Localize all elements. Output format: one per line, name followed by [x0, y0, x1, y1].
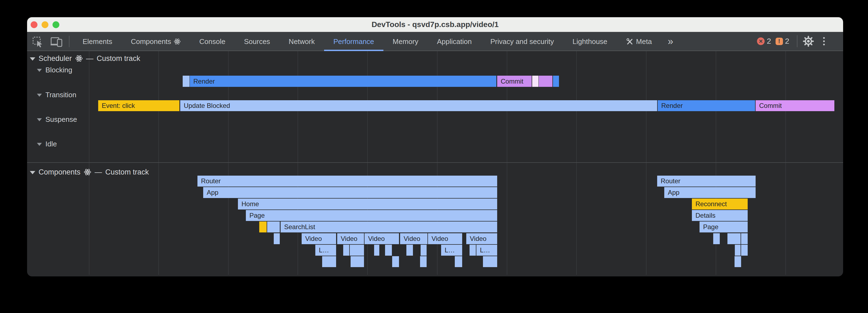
flame-bar-segment[interactable] — [421, 245, 427, 256]
lane-idle[interactable]: Idle — [37, 140, 57, 148]
tab-label: Application — [437, 37, 472, 46]
flame-bar-l[interactable]: L… — [315, 245, 336, 256]
lane-suspense[interactable]: Suspense — [37, 115, 77, 124]
flame-bar-segment[interactable] — [455, 256, 462, 267]
flame-bar-segment[interactable] — [470, 245, 476, 256]
flame-bar-video[interactable]: Video — [365, 233, 399, 244]
lane-transition[interactable]: Transition — [37, 91, 76, 99]
chevron-down-icon — [37, 143, 42, 146]
tab-performance[interactable]: Performance — [324, 32, 383, 51]
gridline — [89, 51, 89, 275]
exclamation-icon: ! — [778, 38, 780, 44]
flame-bar-video[interactable]: Video — [302, 233, 336, 244]
flame-bar-segment[interactable] — [741, 245, 748, 256]
flame-bar-update-blocked[interactable]: Update Blocked — [180, 100, 657, 111]
minimize-button[interactable] — [41, 21, 49, 28]
tab-elements[interactable]: Elements — [73, 32, 121, 51]
flame-bar-render[interactable]: Render — [190, 76, 496, 87]
flame-bar-video[interactable]: Video — [466, 233, 497, 244]
flame-bar-segment[interactable] — [735, 245, 741, 256]
inspect-element-icon[interactable] — [32, 36, 43, 47]
flame-bar-segment[interactable] — [727, 233, 741, 244]
tab-components[interactable]: Components — [121, 32, 190, 51]
flame-bar-segment[interactable] — [532, 76, 538, 87]
flame-bar-video[interactable]: Video — [428, 233, 462, 244]
device-toolbar-icon[interactable] — [50, 36, 63, 47]
flame-bar-segment[interactable] — [420, 256, 427, 267]
flame-bar-segment[interactable] — [343, 245, 349, 256]
tab-sources[interactable]: Sources — [235, 32, 279, 51]
tab-lighthouse[interactable]: Lighthouse — [563, 32, 617, 51]
flame-bar-home[interactable]: Home — [238, 199, 497, 209]
flame-bar-label: L… — [315, 245, 336, 256]
error-badge[interactable]: × — [757, 37, 765, 45]
flame-bar-label: Commit — [497, 76, 532, 87]
tab-privacy-and-security[interactable]: Privacy and security — [481, 32, 563, 51]
chevron-double-right-icon: » — [668, 36, 673, 47]
chevron-down-icon — [37, 118, 42, 121]
flame-bar-label: Page — [246, 210, 497, 221]
tab-application[interactable]: Application — [428, 32, 481, 51]
gear-icon[interactable] — [803, 36, 814, 47]
flame-bar-segment[interactable] — [553, 76, 559, 87]
flame-bar-segment[interactable] — [274, 233, 280, 244]
flame-bar-segment[interactable] — [735, 256, 741, 267]
flame-bar-reconnect[interactable]: Reconnect — [692, 199, 748, 209]
flame-bar-segment[interactable] — [483, 256, 497, 267]
close-button[interactable] — [31, 21, 37, 28]
flame-bar-label: App — [203, 187, 497, 198]
tab-meta[interactable]: Meta — [617, 32, 661, 51]
tab-memory[interactable]: Memory — [383, 32, 428, 51]
flame-bar-video[interactable]: Video — [400, 233, 428, 244]
atom-icon — [84, 168, 91, 176]
kebab-menu-icon[interactable] — [823, 37, 825, 45]
flame-bar-details[interactable]: Details — [692, 210, 748, 221]
flame-bar-video[interactable]: Video — [337, 233, 364, 244]
flame-bar-segment[interactable] — [350, 256, 364, 267]
track-header-scheduler[interactable]: Scheduler — Custom track — [30, 54, 140, 63]
atom-icon — [75, 55, 83, 62]
tab-network[interactable]: Network — [279, 32, 324, 51]
issues-badge[interactable]: ! — [776, 38, 783, 45]
flame-bar-event-click[interactable]: Event: click — [98, 100, 179, 111]
flame-bar-l[interactable]: L… — [441, 245, 462, 256]
flame-bar-l[interactable]: L… — [476, 245, 497, 256]
devtools-window: RenderCommitEvent: clickUpdate BlockedRe… — [27, 17, 843, 276]
tab-label: Lighthouse — [572, 37, 608, 46]
flame-bar-router[interactable]: Router — [197, 176, 497, 186]
flame-bar-segment[interactable] — [713, 233, 720, 244]
tools-icon — [626, 38, 633, 45]
flame-bar-commit[interactable]: Commit — [497, 76, 532, 87]
lane-label: Suspense — [45, 115, 77, 124]
flame-bar-segment[interactable] — [183, 76, 189, 87]
flame-bar-label: Video — [400, 233, 428, 244]
flame-bar-segment[interactable] — [322, 256, 336, 267]
flame-bar-segment[interactable] — [374, 245, 379, 256]
flame-bar-segment[interactable] — [350, 245, 364, 256]
flame-bar-label: Details — [692, 210, 748, 221]
track-header-components[interactable]: Components — Custom track — [30, 168, 149, 176]
flame-bar-page[interactable]: Page — [700, 221, 748, 233]
flame-bar-label: Video — [337, 233, 364, 244]
flame-bar-searchlist[interactable]: SearchList — [281, 221, 497, 233]
more-tabs-button[interactable]: » — [661, 32, 680, 51]
flame-bar-page[interactable]: Page — [246, 210, 497, 221]
flame-bar-segment[interactable] — [267, 221, 280, 233]
flame-bar-segment[interactable] — [259, 221, 267, 233]
flame-bar-segment[interactable] — [406, 245, 413, 256]
tab-console[interactable]: Console — [190, 32, 235, 51]
flame-bar-commit[interactable]: Commit — [755, 100, 834, 111]
flame-bar-label: Render — [190, 76, 496, 87]
flame-bar-app[interactable]: App — [664, 187, 755, 198]
flame-bar-segment[interactable] — [741, 233, 748, 244]
flame-bar-segment[interactable] — [392, 256, 399, 267]
flame-bar-segment[interactable] — [385, 245, 392, 256]
flame-bar-label: Video — [365, 233, 399, 244]
lane-blocking[interactable]: Blocking — [37, 66, 72, 74]
flame-bar-render[interactable]: Render — [658, 100, 755, 111]
flame-bar-segment[interactable] — [539, 76, 552, 87]
track-header-dash: — — [95, 168, 102, 176]
zoom-button[interactable] — [53, 21, 59, 28]
flame-bar-router[interactable]: Router — [657, 176, 755, 186]
flame-bar-app[interactable]: App — [203, 187, 497, 198]
